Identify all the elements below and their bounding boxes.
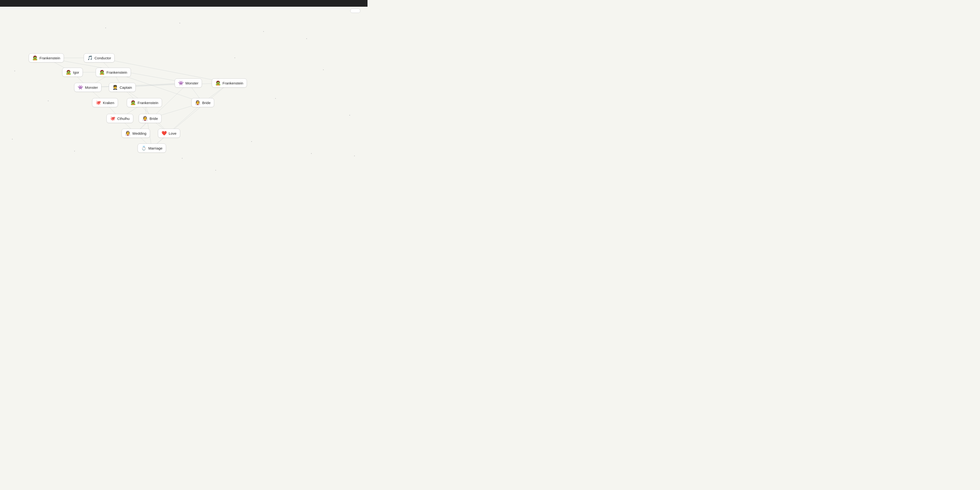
marriage-badge: [350, 9, 360, 13]
frankenstein2-label: Frankenstein: [107, 70, 127, 75]
captain-label: Captain: [119, 86, 132, 89]
craft-element-bride2[interactable]: 👰Bride: [139, 114, 162, 123]
craft-element-marriage[interactable]: 💍Marriage: [138, 143, 166, 153]
conductor-emoji: 🎵: [88, 55, 92, 60]
conductor-label: Conductor: [94, 56, 111, 60]
craft-element-frankenstein1[interactable]: 🧟Frankenstein: [29, 53, 64, 62]
wedding-emoji: 👰: [125, 130, 130, 136]
craft-element-cthulhu[interactable]: 🐙Cthulhu: [107, 114, 133, 123]
craft-element-monster1[interactable]: 👾Monster: [74, 83, 102, 92]
craft-element-monster2[interactable]: 👾Monster: [175, 78, 202, 88]
frankenstein2-emoji: 🧟: [99, 70, 105, 75]
monster1-label: Monster: [85, 86, 98, 89]
craft-element-kraken[interactable]: 🐙Kraken: [92, 98, 118, 107]
connections-canvas: [0, 0, 368, 184]
bride2-label: Bride: [150, 116, 158, 121]
kraken-label: Kraken: [103, 101, 115, 105]
frankenstein1-emoji: 🧟: [32, 55, 38, 60]
igor-emoji: 🧟: [66, 70, 71, 75]
bride1-label: Bride: [202, 101, 210, 105]
love-emoji: ❤️: [162, 130, 167, 136]
frankenstein3-label: Frankenstein: [223, 81, 243, 85]
craft-element-frankenstein3[interactable]: 🧟Frankenstein: [212, 78, 247, 88]
frankenstein4-emoji: 🧟: [130, 100, 136, 105]
captain-emoji: 🧑‍✈️: [113, 85, 118, 90]
wedding-label: Wedding: [132, 131, 146, 135]
craft-element-love[interactable]: ❤️Love: [158, 129, 180, 138]
monster2-emoji: 👾: [178, 80, 183, 86]
craft-element-conductor[interactable]: 🎵Conductor: [84, 53, 115, 62]
kraken-emoji: 🐙: [96, 100, 101, 105]
craft-element-frankenstein4[interactable]: 🧟Frankenstein: [127, 98, 162, 107]
craft-element-igor[interactable]: 🧟Igor: [62, 68, 83, 77]
love-label: Love: [169, 131, 177, 135]
igor-label: Igor: [73, 70, 79, 75]
frankenstein4-label: Frankenstein: [138, 101, 158, 105]
top-bar: [0, 0, 368, 7]
bride2-emoji: 👰: [142, 116, 148, 121]
craft-element-captain[interactable]: 🧑‍✈️Captain: [109, 83, 136, 92]
craft-element-frankenstein2[interactable]: 🧟Frankenstein: [96, 68, 131, 77]
monster1-emoji: 👾: [78, 85, 83, 90]
marriage-label: Marriage: [148, 146, 162, 150]
monster2-label: Monster: [185, 81, 198, 85]
craft-element-wedding[interactable]: 👰Wedding: [121, 129, 150, 138]
cthulhu-emoji: 🐙: [110, 116, 115, 121]
marriage-emoji: 💍: [141, 145, 146, 151]
frankenstein3-emoji: 🧟: [215, 80, 221, 86]
craft-element-bride1[interactable]: 👰Bride: [191, 98, 214, 107]
bride1-emoji: 👰: [195, 100, 200, 105]
cthulhu-label: Cthulhu: [117, 116, 130, 121]
frankenstein1-label: Frankenstein: [40, 56, 60, 60]
